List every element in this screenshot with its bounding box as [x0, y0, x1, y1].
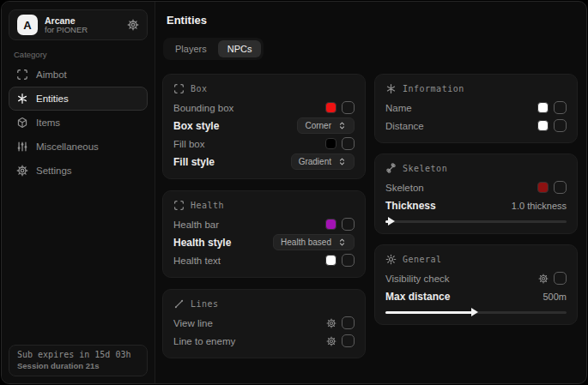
card-title: General	[403, 255, 442, 264]
skeleton-card: Skeleton Skeleton Thickness 1.0 thicknes…	[374, 153, 578, 234]
subscription-info-card: Sub expires in 15d 03h Session duration …	[9, 345, 148, 376]
setting-row: Skeleton	[385, 178, 567, 196]
setting-label: Box style	[173, 120, 219, 132]
setting-label: Visibility check	[385, 274, 450, 284]
sidebar-item-label: Aimbot	[36, 69, 67, 80]
setting-row: View line	[173, 314, 355, 332]
setting-row: Visibility check	[385, 269, 567, 287]
scan-icon	[173, 200, 185, 211]
card-title: Health	[191, 201, 224, 210]
setting-label: View line	[173, 318, 213, 328]
checkbox[interactable]	[342, 316, 355, 329]
setting-label: Bounding box	[173, 103, 233, 113]
view-line-settings-gear-icon[interactable]	[326, 318, 336, 328]
checkbox[interactable]	[554, 272, 567, 285]
right-column: Information Name Distance Skeleton	[374, 74, 578, 325]
setting-row: Box style Corner	[173, 117, 355, 135]
setting-row: Distance	[385, 117, 567, 135]
setting-label: Health style	[173, 237, 231, 249]
setting-label: Line to enemy	[173, 336, 235, 346]
crosshair-icon	[16, 69, 28, 81]
color-swatch[interactable]	[325, 255, 336, 266]
setting-label: Max distance	[385, 291, 450, 303]
sub-expires-text: Sub expires in 15d 03h	[17, 350, 139, 359]
sidebar-item-label: Settings	[36, 165, 72, 176]
setting-row: Fill style Gradient	[173, 153, 355, 171]
package-icon	[16, 117, 28, 129]
gear-icon	[16, 165, 28, 177]
slider-handle[interactable]	[471, 308, 478, 316]
setting-row: Fill box	[173, 135, 355, 153]
setting-row: Health style Health based	[173, 233, 355, 251]
dropdown-value: Corner	[305, 121, 331, 130]
tab-bar: Players NPCs	[163, 38, 264, 60]
checkbox[interactable]	[342, 101, 355, 114]
health-style-dropdown[interactable]: Health based	[273, 234, 355, 250]
setting-label: Thickness	[385, 200, 436, 212]
fill-style-dropdown[interactable]: Gradient	[291, 153, 355, 170]
setting-label: Fill box	[173, 139, 204, 149]
color-swatch[interactable]	[325, 102, 336, 113]
dropdown-value: Health based	[281, 238, 331, 247]
checkbox[interactable]	[342, 137, 355, 150]
unfold-icon	[337, 121, 347, 130]
tab-npcs[interactable]: NPCs	[218, 40, 262, 57]
setting-label: Fill style	[173, 156, 215, 168]
sidebar-item-label: Entities	[36, 93, 69, 104]
header-gear-icon[interactable]	[127, 19, 139, 31]
left-column: Box Bounding box Box style Corner Fill b…	[162, 74, 366, 358]
line-to-enemy-settings-gear-icon[interactable]	[326, 336, 336, 346]
health-card: Health Health bar Health style Health ba…	[162, 190, 366, 278]
color-swatch[interactable]	[325, 138, 336, 149]
unfold-icon	[337, 157, 347, 166]
slider-track[interactable]	[385, 220, 567, 223]
visibility-settings-gear-icon[interactable]	[538, 274, 549, 284]
setting-label: Health bar	[173, 220, 219, 230]
setting-row: Health text	[173, 251, 355, 269]
sidebar-item-aimbot[interactable]: Aimbot	[9, 63, 148, 87]
checkbox[interactable]	[554, 119, 567, 132]
card-title: Box	[191, 84, 208, 93]
general-card: General Visibility check Max distance 50…	[374, 244, 578, 325]
setting-row: Health bar	[173, 215, 355, 233]
sun-icon	[385, 254, 397, 265]
page-title: Entities	[167, 14, 207, 27]
color-swatch[interactable]	[537, 120, 549, 131]
session-duration-text: Session duration 21s	[17, 361, 139, 370]
setting-label: Name	[385, 103, 412, 113]
checkbox[interactable]	[342, 254, 355, 267]
app-window: A Arcane for PIONER Category Aimbot Enti…	[1, 1, 587, 384]
checkbox[interactable]	[342, 334, 355, 347]
app-logo: A	[17, 15, 38, 35]
checkbox[interactable]	[554, 181, 567, 194]
sidebar: A Arcane for PIONER Category Aimbot Enti…	[2, 2, 155, 383]
card-title: Lines	[191, 299, 219, 309]
sidebar-item-entities[interactable]: Entities	[9, 87, 148, 111]
sidebar-nav: Aimbot Entities Items Miscellaneous Sett…	[9, 63, 148, 183]
sidebar-item-label: Miscellaneous	[36, 141, 99, 152]
color-swatch[interactable]	[537, 182, 549, 193]
card-title: Skeleton	[403, 164, 447, 173]
box-card: Box Bounding box Box style Corner Fill b…	[162, 74, 366, 179]
sliders-icon	[16, 141, 28, 153]
color-swatch[interactable]	[537, 102, 549, 113]
sidebar-item-label: Items	[36, 117, 60, 128]
bone-icon	[385, 163, 397, 174]
app-subtitle: for PIONER	[45, 26, 120, 35]
tab-players[interactable]: Players	[166, 40, 216, 57]
slider-handle[interactable]	[388, 217, 395, 226]
checkbox[interactable]	[342, 218, 355, 231]
sidebar-item-miscellaneous[interactable]: Miscellaneous	[9, 135, 148, 159]
setting-label: Skeleton	[385, 183, 424, 193]
line-icon	[173, 298, 185, 310]
box-style-dropdown[interactable]: Corner	[297, 117, 355, 134]
thickness-slider[interactable]	[385, 217, 567, 226]
max-distance-slider[interactable]	[385, 308, 567, 316]
app-header-card: A Arcane for PIONER	[9, 9, 148, 40]
checkbox[interactable]	[554, 101, 567, 114]
sidebar-item-items[interactable]: Items	[9, 111, 148, 135]
app-name: Arcane	[45, 15, 120, 26]
color-swatch[interactable]	[325, 219, 336, 230]
sidebar-item-settings[interactable]: Settings	[9, 159, 148, 183]
max-distance-value: 500m	[543, 292, 567, 302]
